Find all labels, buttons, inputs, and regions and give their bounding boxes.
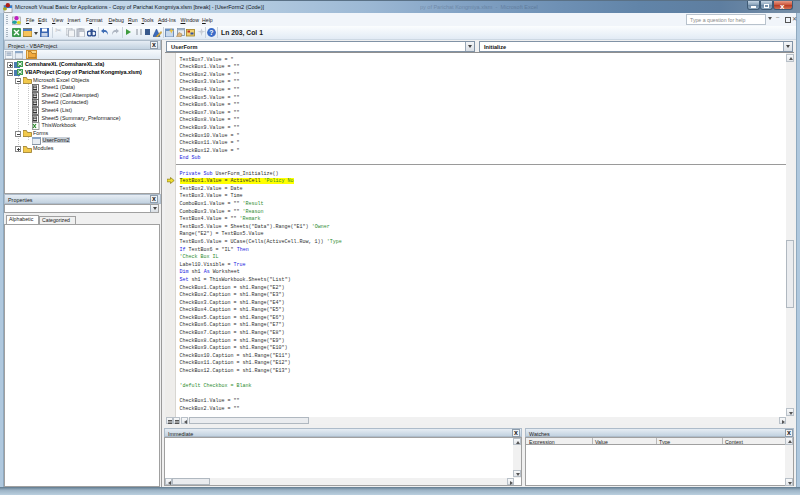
svg-text:?: ? — [209, 29, 213, 36]
